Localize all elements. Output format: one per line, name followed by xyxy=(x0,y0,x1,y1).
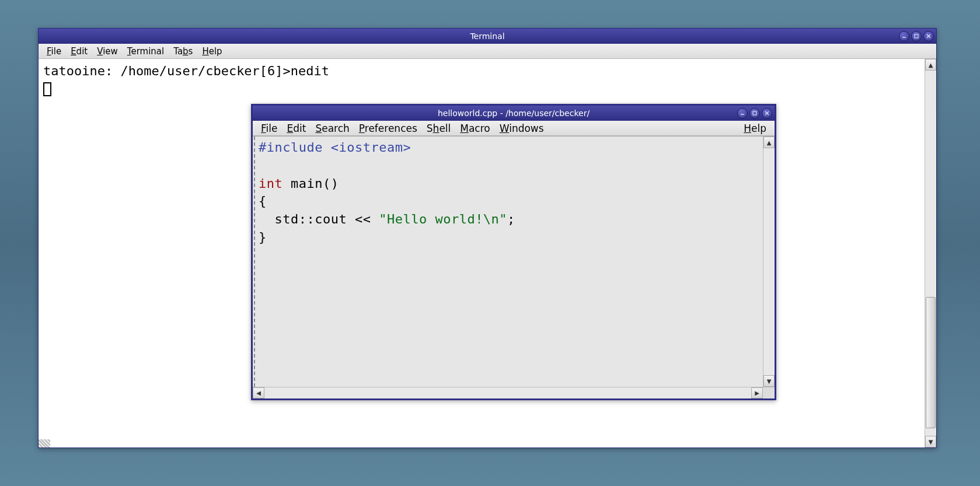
scroll-up-arrow[interactable]: ▲ xyxy=(925,59,936,71)
scroll-thumb[interactable] xyxy=(926,297,936,428)
minimize-icon xyxy=(901,33,907,39)
close-icon xyxy=(926,33,932,39)
terminal-menu-help[interactable]: Help xyxy=(197,45,226,58)
maximize-button[interactable] xyxy=(911,31,922,41)
scroll-corner xyxy=(763,387,775,398)
close-button[interactable] xyxy=(923,31,934,41)
close-button[interactable] xyxy=(762,108,772,118)
nedit-window-buttons xyxy=(737,108,772,118)
code-main: main() xyxy=(283,176,339,191)
terminal-resize-grip[interactable] xyxy=(39,439,50,447)
code-include: #include <iostream> xyxy=(259,140,411,155)
code-cout-indent: std::cout << xyxy=(259,212,379,226)
terminal-menu-edit[interactable]: Edit xyxy=(66,45,92,58)
terminal-titlebar[interactable]: Terminal xyxy=(39,29,936,44)
scroll-track[interactable] xyxy=(925,71,936,436)
nedit-menu-search[interactable]: Search xyxy=(311,121,354,135)
maximize-icon xyxy=(913,33,919,39)
close-icon xyxy=(764,110,770,116)
nedit-menu-edit[interactable]: Edit xyxy=(282,121,311,135)
scroll-right-arrow[interactable]: ▶ xyxy=(751,387,763,398)
terminal-menu-view[interactable]: View xyxy=(92,45,123,58)
nedit-window: helloworld.cpp - /home/user/cbecker/ Fil… xyxy=(251,104,776,400)
maximize-button[interactable] xyxy=(749,108,760,118)
terminal-vertical-scrollbar[interactable]: ▲ ▼ xyxy=(925,59,936,447)
scroll-down-arrow[interactable]: ▼ xyxy=(763,375,775,387)
maximize-icon xyxy=(752,110,758,116)
code-open-brace: { xyxy=(259,194,267,208)
svg-rect-5 xyxy=(753,111,756,115)
minimize-button[interactable] xyxy=(737,108,748,118)
minimize-button[interactable] xyxy=(899,31,909,41)
nedit-title: helloworld.cpp - /home/user/cbecker/ xyxy=(253,109,775,118)
terminal-menubar: File Edit View Terminal Tabs Help xyxy=(39,44,936,59)
nedit-vertical-scrollbar[interactable]: ▲ ▼ xyxy=(763,137,775,387)
nedit-horizontal-scrollbar[interactable]: ◀ ▶ xyxy=(253,387,775,398)
terminal-title: Terminal xyxy=(39,32,936,41)
minimize-icon xyxy=(740,110,745,116)
code-int-kw: int xyxy=(259,176,283,191)
nedit-editor-wrap: #include <iostream> int main() { std::co… xyxy=(253,136,775,398)
code-close-brace: } xyxy=(259,230,267,244)
nedit-menu-help[interactable]: Help xyxy=(739,121,771,135)
scroll-down-arrow[interactable]: ▼ xyxy=(925,436,936,447)
nedit-menu-file[interactable]: File xyxy=(256,121,282,135)
scroll-up-arrow[interactable]: ▲ xyxy=(763,137,775,148)
nedit-menu-preferences[interactable]: Preferences xyxy=(354,121,422,135)
terminal-menu-tabs[interactable]: Tabs xyxy=(169,45,197,58)
terminal-menu-file[interactable]: File xyxy=(42,45,66,58)
nedit-menu-windows[interactable]: Windows xyxy=(495,121,549,135)
nedit-menu-macro[interactable]: Macro xyxy=(455,121,494,135)
code-string: "Hello world!\n" xyxy=(379,212,507,226)
terminal-prompt-line: tatooine: /home/user/cbecker[6]>nedit xyxy=(43,64,329,78)
hscroll-track[interactable] xyxy=(264,387,751,398)
terminal-window-buttons xyxy=(899,31,934,41)
nedit-editor-inner: #include <iostream> int main() { std::co… xyxy=(253,137,775,387)
scroll-track[interactable] xyxy=(763,148,775,375)
code-cout-end: ; xyxy=(507,212,515,226)
terminal-cursor xyxy=(43,82,51,96)
scroll-left-arrow[interactable]: ◀ xyxy=(253,387,264,398)
nedit-menubar: File Edit Search Preferences Shell Macro… xyxy=(253,121,775,136)
nedit-editor-area[interactable]: #include <iostream> int main() { std::co… xyxy=(254,137,763,387)
terminal-menu-terminal[interactable]: Terminal xyxy=(123,45,169,58)
nedit-titlebar[interactable]: helloworld.cpp - /home/user/cbecker/ xyxy=(253,106,775,121)
nedit-menu-shell[interactable]: Shell xyxy=(422,121,455,135)
svg-rect-1 xyxy=(915,34,918,38)
